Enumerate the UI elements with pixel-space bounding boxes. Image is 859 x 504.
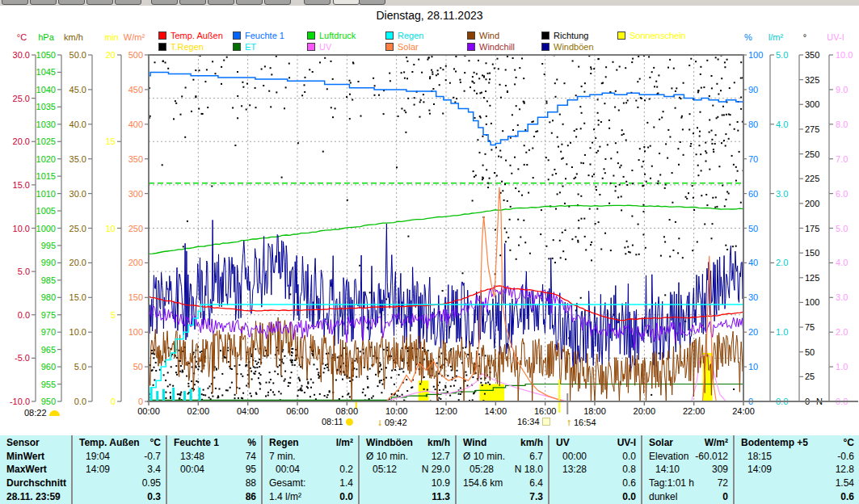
svg-text:l/m²: l/m²	[768, 32, 784, 42]
svg-text:955: 955	[41, 380, 56, 389]
svg-text:6.0: 6.0	[836, 189, 848, 199]
table-cell-value: 12.7	[432, 452, 450, 461]
svg-text:100: 100	[128, 327, 143, 337]
table-row-label: Sensor	[6, 438, 40, 447]
svg-text:3.0: 3.0	[776, 189, 788, 199]
svg-text:30.0: 30.0	[69, 189, 86, 199]
svg-text:990: 990	[41, 258, 56, 267]
svg-text:7.0: 7.0	[836, 154, 848, 164]
svg-text:150: 150	[805, 248, 819, 258]
table-cell-label: 05:12	[366, 464, 397, 474]
svg-text:325: 325	[805, 75, 819, 85]
table-column-unit: °C	[150, 438, 161, 447]
table-cell-value: 72	[718, 478, 728, 488]
table-cell-row: 14:10309	[649, 463, 728, 477]
table-column-wind: Windkm/hØ 10 min.6.705:28N 18.0154.6 km6…	[455, 435, 548, 504]
table-cell-row: 05:12N 29.0	[366, 463, 450, 477]
table-cell-label: 00:04	[269, 464, 300, 474]
svg-text:3.0: 3.0	[836, 292, 848, 302]
table-cell-row: dunkel0	[649, 489, 728, 503]
svg-text:10.0: 10.0	[836, 50, 853, 60]
table-cell-value: 12.8	[836, 464, 854, 474]
svg-text:45.0: 45.0	[69, 85, 86, 94]
table-cell-row: Elevation-60.012	[649, 450, 728, 464]
svg-text:350: 350	[128, 154, 143, 164]
svg-text:0: 0	[138, 397, 143, 406]
weather-app-window: { "window": { "title": "Dienstag, 28.11.…	[0, 0, 859, 504]
table-cell-row: 7.3	[463, 489, 543, 503]
svg-text:200: 200	[805, 199, 819, 208]
table-cell-label: Tag:1:01 h	[649, 478, 694, 488]
svg-text:30.0: 30.0	[13, 50, 30, 60]
svg-text:8.0: 8.0	[836, 120, 848, 129]
table-cell-value: -60.012	[695, 452, 728, 461]
stats-table: SensorMinWertMaxWertDurchschnitt28.11. 2…	[0, 435, 859, 504]
table-cell-label: 7 min.	[269, 452, 296, 461]
table-cell-row: 7 min.	[269, 450, 353, 464]
svg-text:250: 250	[805, 149, 819, 159]
svg-text:°: °	[803, 32, 806, 42]
table-cell-row: 1.54	[741, 477, 854, 490]
svg-text:24:00: 24:00	[732, 406, 755, 416]
svg-text:970: 970	[41, 327, 56, 337]
svg-text:10: 10	[106, 224, 116, 233]
axis-min: min05101520	[104, 32, 121, 406]
table-cell-value: -0.6	[837, 452, 854, 461]
svg-text:995: 995	[41, 241, 56, 250]
table-cell-row: 0.3	[79, 489, 161, 503]
table-cell-value: 0.6	[622, 478, 636, 488]
table-column-title: Regen	[269, 438, 299, 447]
svg-text:1.0: 1.0	[836, 362, 848, 372]
table-column-windb-en: Windböenkm/hØ 10 min.12.705:12N 29.010.9…	[358, 435, 455, 504]
svg-text:20: 20	[748, 327, 758, 337]
svg-text:100: 100	[805, 297, 819, 307]
svg-text:1015: 1015	[36, 171, 56, 181]
up-arrow-icon: ↑	[566, 417, 571, 428]
table-cell-value: 7.3	[529, 492, 543, 502]
table-column-unit: km/h	[427, 438, 450, 447]
table-column-temp-au-en: Temp. Außen°C19:04-0.714:093.40.950.3	[71, 435, 166, 504]
table-cell-value: 0.8	[622, 464, 636, 474]
table-cell-label: 13:28	[556, 464, 587, 474]
table-column-sensor: SensorMinWertMaxWertDurchschnitt28.11. 2…	[0, 435, 71, 504]
table-column-title: Temp. Außen	[79, 438, 140, 447]
svg-text:14:00: 14:00	[485, 406, 507, 416]
table-column-unit: W/m²	[705, 438, 728, 447]
svg-text:30: 30	[748, 292, 758, 302]
svg-text:2.0: 2.0	[776, 258, 788, 267]
svg-text:1020: 1020	[36, 154, 56, 164]
axis-deg: °0N2550751001251501752002252502753003253…	[799, 32, 823, 406]
svg-text:min: min	[104, 32, 119, 42]
table-cell-value: 6.4	[529, 478, 543, 488]
table-cell-value: 0.2	[339, 464, 353, 474]
x-axis-labels: 00:0002:0004:0006:0008:0010:0012:0014:00…	[137, 401, 755, 416]
svg-text:10.0: 10.0	[69, 327, 86, 337]
sun-marker-time: 08:22	[24, 408, 47, 418]
table-row-label: MinWert	[6, 452, 44, 461]
svg-text:5.0: 5.0	[776, 50, 788, 60]
svg-text:15: 15	[106, 136, 116, 146]
sun-marker: 08:22	[24, 408, 60, 418]
table-cell-row: 0.6	[556, 477, 636, 490]
svg-text:50.0: 50.0	[69, 50, 86, 60]
svg-text:300: 300	[128, 189, 143, 199]
svg-text:0: 0	[111, 397, 116, 406]
table-cell-value: 88	[246, 478, 256, 488]
svg-text:W/m²: W/m²	[124, 32, 145, 42]
table-cell-row: 88	[174, 477, 256, 490]
table-cell-row: 1.4 l/m²0.0	[269, 489, 353, 503]
table-cell-label: 1.4 l/m²	[269, 492, 301, 502]
table-cell-row: 00:040.2	[269, 463, 353, 477]
table-cell-value: 11.3	[432, 492, 450, 502]
sun-marker: ↑16:54	[566, 417, 596, 428]
table-cell-label: dunkel	[649, 492, 677, 502]
table-cell-value: 309	[712, 464, 728, 474]
table-cell-row: Ø 10 min.12.7	[366, 450, 450, 464]
svg-text:20:00: 20:00	[634, 406, 656, 416]
table-cell-row: 13:280.8	[556, 463, 636, 477]
table-cell-row: 14:0912.8	[741, 463, 854, 477]
series-windboeen	[149, 220, 743, 372]
svg-text:1045: 1045	[36, 67, 56, 77]
table-cell-row: 0.95	[79, 477, 161, 490]
sun-marker-time: 09:42	[385, 418, 407, 427]
